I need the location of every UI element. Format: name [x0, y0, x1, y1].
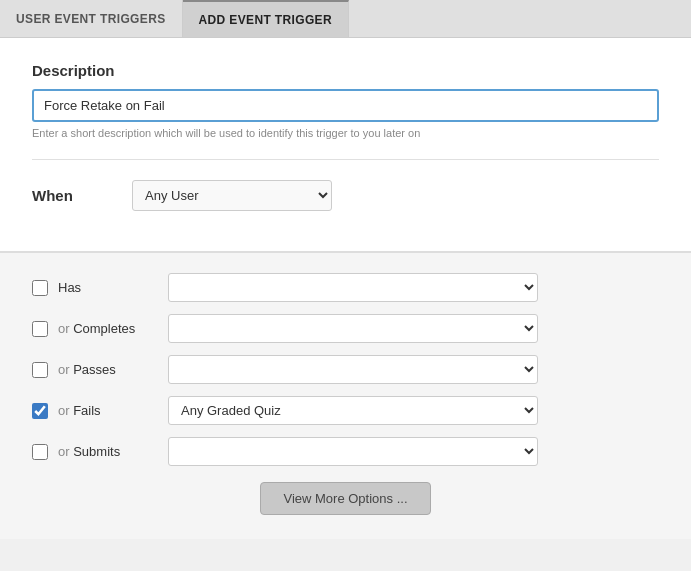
condition-checkbox-fails[interactable] — [32, 403, 48, 419]
condition-row-completes: or Completes — [32, 314, 659, 343]
condition-row-fails: or Fails Any Graded Quiz — [32, 396, 659, 425]
divider — [32, 159, 659, 160]
condition-row-passes: or Passes — [32, 355, 659, 384]
tab-bar: USER EVENT TRIGGERS ADD EVENT TRIGGER — [0, 0, 691, 38]
when-label: When — [32, 187, 132, 204]
description-hint: Enter a short description which will be … — [32, 127, 659, 139]
condition-select-completes[interactable] — [168, 314, 538, 343]
condition-select-submits[interactable] — [168, 437, 538, 466]
when-row: When Any User Specific User Any Group — [32, 180, 659, 231]
form-section: Description Enter a short description wh… — [0, 38, 691, 252]
condition-select-passes[interactable] — [168, 355, 538, 384]
condition-checkbox-has[interactable] — [32, 280, 48, 296]
condition-row-submits: or Submits — [32, 437, 659, 466]
conditions-section: Has or Completes or Passes or Fails Any … — [0, 252, 691, 539]
condition-checkbox-submits[interactable] — [32, 444, 48, 460]
condition-select-fails[interactable]: Any Graded Quiz — [168, 396, 538, 425]
condition-checkbox-completes[interactable] — [32, 321, 48, 337]
view-more-options-button[interactable]: View More Options ... — [260, 482, 430, 515]
condition-label-submits: or Submits — [58, 444, 168, 459]
description-label: Description — [32, 62, 659, 79]
condition-row-has: Has — [32, 273, 659, 302]
tab-add-event-trigger[interactable]: ADD EVENT TRIGGER — [183, 0, 349, 37]
condition-label-has: Has — [58, 280, 168, 295]
condition-label-passes: or Passes — [58, 362, 168, 377]
when-select[interactable]: Any User Specific User Any Group — [132, 180, 332, 211]
description-input[interactable] — [32, 89, 659, 122]
condition-label-fails: or Fails — [58, 403, 168, 418]
condition-label-completes: or Completes — [58, 321, 168, 336]
tab-user-event-triggers[interactable]: USER EVENT TRIGGERS — [0, 0, 183, 37]
condition-select-has[interactable] — [168, 273, 538, 302]
condition-checkbox-passes[interactable] — [32, 362, 48, 378]
